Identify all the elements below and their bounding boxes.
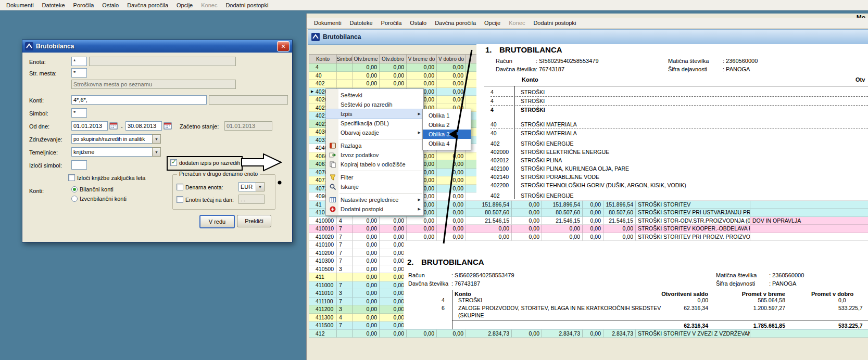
izloci-knjizbe-checkbox[interactable] — [68, 174, 75, 181]
cell-v_breme_do[interactable]: 0,00 — [407, 72, 437, 80]
cell-v_dobro_do[interactable]: 0,00 — [437, 160, 466, 169]
cell-konto[interactable]: 4 — [309, 63, 337, 72]
cell-v_dobro_do[interactable]: 0,00 — [437, 80, 466, 88]
cell-c6[interactable]: 0,00 — [542, 233, 583, 241]
menu-dodatni-postopki[interactable]: Dodatni postopki — [529, 19, 580, 27]
cell-otv_breme[interactable]: 0,00 — [353, 217, 380, 225]
cell-simbol[interactable]: 7 — [337, 249, 353, 258]
menu-datoteke[interactable]: Datoteke — [38, 2, 69, 9]
cell-otv_breme[interactable]: 0,00 — [353, 241, 380, 249]
cell-otv_breme[interactable]: 0,00 — [353, 305, 380, 314]
cell-konto[interactable]: 412 — [309, 330, 337, 338]
cell-c7[interactable]: 0,00 — [583, 233, 603, 241]
cell-v_breme_do[interactable]: 0,00 — [407, 225, 437, 233]
izloci-simbol-field[interactable] — [71, 160, 87, 170]
cell-simbol[interactable]: 7 — [337, 298, 353, 306]
menu-ostalo[interactable]: Ostalo — [98, 2, 123, 9]
menu-dokumenti[interactable]: Dokumenti — [2, 2, 38, 9]
cell-c8[interactable]: 80.507,60 — [603, 209, 636, 217]
chevron-down-icon[interactable] — [152, 134, 161, 144]
cell-c4[interactable]: 0,00 — [466, 225, 512, 233]
cell-konto[interactable]: 410010 — [309, 225, 337, 233]
cell-c8[interactable]: 151.896,54 — [603, 201, 636, 209]
cell-v_dobro_do[interactable]: 0,00 — [437, 217, 466, 225]
context-menu-item-obarvaj-ozadje[interactable]: Obarvaj ozadje▶ — [326, 128, 423, 137]
cell-otv_dobro[interactable]: 0,00 — [380, 314, 407, 322]
submenu-item-oblika-3[interactable]: Oblika 3 — [423, 130, 471, 139]
cancel-button[interactable]: Prekliči — [237, 215, 271, 227]
cell-c8[interactable]: 0,00 — [603, 233, 636, 241]
cell-extra[interactable]: DOV IN OPRAVLJA — [750, 217, 868, 225]
cell-otv_breme[interactable]: 0,00 — [353, 298, 380, 306]
ok-button[interactable]: V redu — [199, 215, 235, 228]
cell-c5[interactable]: 0,00 — [512, 225, 542, 233]
column-header-otv_breme[interactable]: Otv.breme — [353, 54, 380, 63]
column-header-simbol[interactable]: Simbol — [337, 54, 353, 63]
cell-simbol[interactable]: 3 — [337, 305, 353, 314]
cell-otv_dobro[interactable]: 0,00 — [380, 72, 407, 80]
menu-opcije[interactable]: Opcije — [480, 19, 505, 27]
cell-c6[interactable]: 0,00 — [542, 225, 583, 233]
cell-v_breme_do[interactable]: 0,00 — [407, 80, 437, 88]
cell-extra[interactable] — [750, 201, 868, 209]
enotni-tecaj-checkbox[interactable] — [177, 196, 183, 203]
cell-c8[interactable]: 2.834,73 — [603, 330, 636, 338]
cell-otv_dobro[interactable]: 0,00 — [380, 322, 407, 330]
context-menu-item-razlaga[interactable]: Razlaga — [326, 141, 423, 150]
cell-simbol[interactable]: 7 — [337, 225, 353, 233]
cell-extra[interactable] — [750, 330, 868, 338]
menu-konec[interactable]: Konec — [505, 19, 529, 27]
menu-dodatni-postopki[interactable]: Dodatni postopki — [221, 2, 272, 9]
cell-simbol[interactable] — [337, 72, 353, 80]
cell-otv_dobro[interactable]: 0,00 — [380, 273, 407, 281]
cell-otv_breme[interactable]: 0,00 — [353, 63, 380, 72]
cell-c5[interactable]: 0,00 — [512, 217, 542, 225]
context-menu-item-izvoz-podatkov[interactable]: Izvoz podatkov — [326, 150, 423, 160]
cell-konto[interactable]: 411000 — [309, 281, 337, 290]
cell-simbol[interactable]: 7 — [337, 241, 353, 249]
table-row[interactable]: 41000040,000,000,000,0021.546,150,0021.5… — [309, 217, 868, 225]
submenu-item-oblika-1[interactable]: Oblika 1 — [423, 111, 471, 120]
menu-dav-na-poro-ila[interactable]: Davčna poročila — [431, 19, 480, 27]
cell-v_dobro_do[interactable]: 0,00 — [437, 152, 466, 161]
cell-v_breme_do[interactable]: 0,00 — [407, 217, 437, 225]
dialog-title-bar[interactable]: Brutobilanca — [22, 40, 292, 53]
cell-otv_breme[interactable]: 0,00 — [353, 249, 380, 258]
cell-otv_breme[interactable]: 0,00 — [353, 314, 380, 322]
cell-otv_breme[interactable]: 0,00 — [353, 257, 380, 265]
menu-poro-ila[interactable]: Poročila — [69, 2, 98, 9]
cell-c8[interactable]: 0,00 — [603, 225, 636, 233]
cell-v_dobro_do[interactable]: 0,00 — [437, 185, 466, 193]
cell-c4[interactable]: 0,00 — [466, 233, 512, 241]
cell-konto[interactable]: 411100 — [309, 298, 337, 306]
cell-otv_dobro[interactable]: 0,00 — [380, 281, 407, 290]
cell-simbol[interactable]: 7 — [337, 257, 353, 265]
date-from-field[interactable]: 01.01.2013 — [71, 121, 108, 131]
cell-c4[interactable]: 151.896,54 — [466, 201, 512, 209]
context-menu-item-filter[interactable]: Filter — [326, 173, 423, 182]
cell-simbol[interactable]: 7 — [337, 322, 353, 330]
cell-otv_dobro[interactable]: 0,00 — [380, 80, 407, 88]
enota-mask-field[interactable]: * — [71, 57, 87, 66]
cell-c5[interactable]: 0,00 — [512, 233, 542, 241]
str-mesta-list-field[interactable]: Stroškovna mesta po seznamu — [71, 80, 236, 89]
cell-naziv[interactable]: STROŠKI STORITEV KOOPER.-OBDELAVA PLOŠČ — [636, 225, 750, 233]
cell-v_dobro_do[interactable]: 0,00 — [437, 209, 466, 217]
menu-opcije[interactable]: Opcije — [172, 2, 197, 9]
column-header-otv_dobro[interactable]: Otv.dobro — [380, 54, 407, 63]
cell-c4[interactable]: 21.546,15 — [466, 217, 512, 225]
cell-konto[interactable]: 410000 — [309, 217, 337, 225]
cell-c6[interactable]: 80.507,60 — [542, 209, 583, 217]
menu-konec[interactable]: Konec — [197, 2, 221, 9]
cell-otv_breme[interactable]: 0,00 — [353, 289, 380, 298]
menu-dav-na-poro-ila[interactable]: Davčna poročila — [123, 2, 172, 9]
cell-simbol[interactable] — [337, 273, 353, 281]
str-mesta-mask-field[interactable]: * — [71, 68, 87, 78]
cell-otv_breme[interactable]: 0,00 — [353, 80, 380, 88]
cell-otv_dobro[interactable]: 0,00 — [380, 241, 407, 249]
cell-otv_breme[interactable]: 0,00 — [353, 330, 380, 338]
cell-c4[interactable]: 80.507,60 — [466, 209, 512, 217]
cell-v_dobro_do[interactable]: 0,00 — [437, 96, 466, 104]
cell-v_dobro_do[interactable]: 0,00 — [437, 88, 466, 96]
cell-c7[interactable]: 0,00 — [583, 201, 603, 209]
